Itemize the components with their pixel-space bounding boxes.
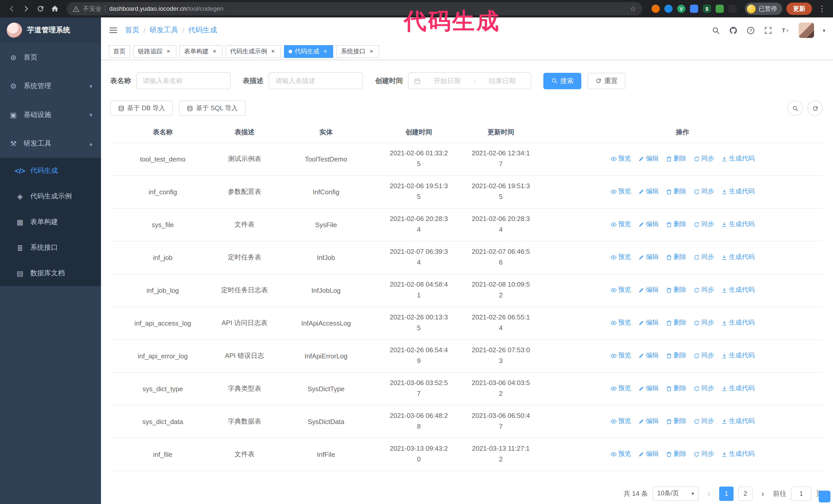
action-preview[interactable]: 预览 [611, 384, 631, 393]
goto-page-input[interactable] [791, 486, 811, 501]
tab-tracer[interactable]: 链路追踪× [133, 45, 176, 58]
action-sync[interactable]: 同步 [694, 417, 714, 426]
date-range-picker[interactable]: 开始日期 - 结束日期 [408, 72, 531, 89]
profile-paused-badge[interactable]: 已暂停 [745, 3, 782, 15]
action-preview[interactable]: 预览 [611, 319, 631, 327]
github-icon[interactable] [729, 26, 738, 34]
user-avatar[interactable] [799, 23, 814, 38]
hamburger-icon[interactable] [109, 26, 118, 35]
extension-dark-icon[interactable] [729, 5, 737, 13]
page-button-2[interactable]: 2 [738, 486, 753, 501]
font-size-icon[interactable]: TT [781, 26, 790, 34]
action-sync[interactable]: 同步 [694, 220, 714, 229]
sidebar-item-infra[interactable]: ▣基础设施▾ [0, 100, 101, 129]
action-edit[interactable]: 编辑 [638, 286, 659, 294]
action-delete[interactable]: 删除 [666, 220, 686, 229]
action-edit[interactable]: 编辑 [638, 154, 659, 163]
sidebar-subitem-system-api[interactable]: ≣系统接口 [0, 235, 101, 261]
tab-close-icon[interactable]: × [368, 48, 375, 55]
extension-drop-icon[interactable] [664, 5, 672, 13]
action-sync[interactable]: 同步 [694, 187, 714, 196]
action-preview[interactable]: 预览 [611, 187, 631, 196]
action-preview[interactable]: 预览 [611, 253, 631, 262]
update-button[interactable]: 更新 [786, 3, 812, 15]
action-generate[interactable]: 生成代码 [721, 187, 755, 196]
extension-leaf-icon[interactable] [716, 5, 724, 13]
browser-menu-icon[interactable]: ⋮ [816, 4, 828, 13]
chevron-down-icon[interactable]: ▾ [823, 27, 825, 33]
action-preview[interactable]: 预览 [611, 220, 631, 229]
action-preview[interactable]: 预览 [611, 286, 631, 294]
action-delete[interactable]: 删除 [666, 286, 686, 294]
search-icon[interactable] [712, 26, 720, 34]
extension-grid-blue-icon[interactable] [690, 5, 698, 13]
tab-home[interactable]: 首页 [109, 45, 130, 58]
action-generate[interactable]: 生成代码 [721, 450, 755, 459]
action-preview[interactable]: 预览 [611, 417, 631, 426]
reset-button[interactable]: 重置 [588, 73, 625, 89]
action-edit[interactable]: 编辑 [638, 384, 659, 393]
action-edit[interactable]: 编辑 [638, 352, 659, 360]
extension-v-green-icon[interactable]: V [677, 5, 685, 13]
action-generate[interactable]: 生成代码 [721, 352, 755, 360]
action-generate[interactable]: 生成代码 [721, 286, 755, 294]
action-sync[interactable]: 同步 [694, 384, 714, 393]
import-db-button[interactable]: 基于 DB 导入 [110, 100, 173, 116]
action-delete[interactable]: 删除 [666, 154, 686, 163]
extension-dark-green-icon[interactable]: $ [703, 5, 711, 13]
sidebar-item-devtools[interactable]: ⚒研发工具▴ [0, 129, 101, 158]
action-sync[interactable]: 同步 [694, 154, 714, 163]
action-delete[interactable]: 删除 [666, 253, 686, 262]
import-sql-button[interactable]: 基于 SQL 导入 [179, 100, 245, 116]
tab-codegen-example[interactable]: 代码生成示例× [225, 45, 281, 58]
action-edit[interactable]: 编辑 [638, 450, 659, 459]
action-generate[interactable]: 生成代码 [721, 220, 755, 229]
action-edit[interactable]: 编辑 [638, 253, 659, 262]
breadcrumb-item[interactable]: 研发工具 [149, 26, 178, 35]
action-delete[interactable]: 删除 [666, 417, 686, 426]
sidebar-subitem-codegen[interactable]: </>代码生成 [0, 158, 101, 184]
action-sync[interactable]: 同步 [694, 286, 714, 294]
toggle-search-button[interactable] [787, 100, 803, 116]
corner-button[interactable] [819, 491, 830, 502]
forward-icon[interactable] [20, 2, 33, 16]
address-bar[interactable]: 不安全 dashboard.yudao.iocoder.cn/tool/code… [67, 2, 642, 16]
action-preview[interactable]: 预览 [611, 450, 631, 459]
action-generate[interactable]: 生成代码 [721, 384, 755, 393]
tab-close-icon[interactable]: × [322, 48, 329, 55]
table-desc-input[interactable] [269, 72, 363, 89]
tab-close-icon[interactable]: × [165, 48, 172, 55]
breadcrumb-item[interactable]: 代码生成 [188, 26, 217, 35]
action-delete[interactable]: 删除 [666, 319, 686, 327]
tab-system-api[interactable]: 系统接口× [336, 45, 379, 58]
back-icon[interactable] [5, 2, 19, 16]
next-page-button[interactable]: › [757, 486, 768, 501]
page-button-1[interactable]: 1 [719, 486, 734, 501]
sidebar-subitem-form-builder[interactable]: ▦表单构建 [0, 209, 101, 235]
action-edit[interactable]: 编辑 [638, 220, 659, 229]
action-edit[interactable]: 编辑 [638, 187, 659, 196]
action-edit[interactable]: 编辑 [638, 319, 659, 327]
refresh-table-button[interactable] [807, 100, 823, 116]
action-delete[interactable]: 删除 [666, 187, 686, 196]
page-size-select[interactable]: 10条/页 ▾ [652, 486, 699, 501]
action-delete[interactable]: 删除 [666, 352, 686, 360]
search-button[interactable]: 搜索 [543, 73, 581, 89]
sidebar-subitem-codegen-example[interactable]: ◈代码生成示例 [0, 184, 101, 209]
help-icon[interactable]: ? [746, 26, 755, 34]
tab-form-builder[interactable]: 表单构建× [180, 45, 222, 58]
action-generate[interactable]: 生成代码 [721, 154, 755, 163]
action-generate[interactable]: 生成代码 [721, 319, 755, 327]
sidebar-subitem-db-doc[interactable]: ▤数据库文档 [0, 261, 101, 286]
tab-close-icon[interactable]: × [211, 48, 218, 55]
tab-codegen[interactable]: 代码生成× [284, 45, 333, 58]
extension-orange-icon[interactable] [651, 5, 660, 13]
action-sync[interactable]: 同步 [694, 319, 714, 327]
reload-icon[interactable] [34, 2, 47, 16]
action-edit[interactable]: 编辑 [638, 417, 659, 426]
action-preview[interactable]: 预览 [611, 352, 631, 360]
sidebar-item-home[interactable]: ⊙首页 [0, 43, 101, 72]
home-icon[interactable] [48, 2, 62, 16]
action-delete[interactable]: 删除 [666, 384, 686, 393]
tab-close-icon[interactable]: × [270, 48, 276, 55]
